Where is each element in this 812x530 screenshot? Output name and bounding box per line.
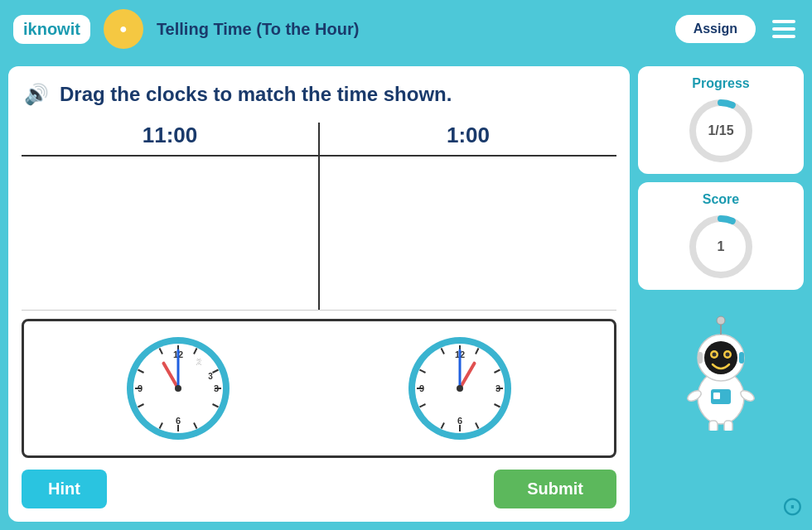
hamburger-line-2: [772, 27, 795, 31]
progress-label: Progress: [692, 76, 749, 91]
svg-text:3: 3: [495, 383, 500, 393]
logo: iknowit: [13, 15, 90, 44]
back-icon: ⊙: [781, 491, 804, 521]
drag-area: 11:00 1:00: [22, 123, 616, 458]
menu-button[interactable]: [769, 17, 799, 41]
bottom-bar: Hint Submit: [22, 470, 616, 508]
svg-rect-64: [698, 352, 703, 364]
svg-point-44: [457, 385, 463, 392]
header: iknowit Telling Time (To the Hour) Assig…: [0, 0, 812, 58]
robot-svg: [671, 306, 771, 431]
svg-text:6: 6: [176, 416, 181, 426]
svg-text:6: 6: [457, 416, 462, 426]
main-layout: 🔊 Drag the clocks to match the time show…: [0, 58, 812, 530]
time-label-left: 11:00: [22, 123, 320, 155]
score-value: 1: [718, 239, 725, 254]
svg-rect-63: [724, 421, 732, 431]
score-card: Score 1: [638, 182, 804, 290]
sound-icon[interactable]: 🔊: [22, 80, 51, 109]
svg-rect-62: [709, 421, 718, 431]
header-title: Telling Time (To the Hour): [157, 20, 662, 39]
back-button[interactable]: ⊙: [781, 490, 804, 522]
svg-point-54: [713, 353, 717, 357]
svg-point-57: [717, 316, 725, 325]
svg-text:2: 2: [196, 358, 201, 367]
right-panel: Progress 1/15 Score 1: [638, 66, 804, 522]
content-area: 🔊 Drag the clocks to match the time show…: [8, 66, 630, 522]
svg-text:9: 9: [419, 383, 424, 393]
instruction-text: Drag the clocks to match the time shown.: [60, 83, 452, 106]
progress-value: 1/15: [708, 123, 733, 138]
clock-2[interactable]: 12 6 9 3: [406, 335, 514, 442]
time-label-right: 1:00: [320, 123, 616, 155]
mascot: [671, 298, 771, 482]
drop-zones: [22, 157, 616, 311]
submit-button[interactable]: Submit: [494, 470, 616, 508]
clock-tray: 12 6 9 3 2 3 2: [22, 319, 616, 458]
svg-rect-61: [713, 393, 720, 399]
assign-button[interactable]: Assign: [675, 15, 756, 43]
clock-1[interactable]: 12 6 9 3 2 3 2: [124, 335, 232, 442]
drop-zone-right[interactable]: [320, 157, 616, 310]
svg-text:3: 3: [208, 372, 213, 381]
svg-point-55: [726, 353, 730, 357]
time-labels: 11:00 1:00: [22, 123, 616, 157]
progress-card: Progress 1/15: [638, 66, 804, 174]
svg-point-23: [175, 385, 181, 392]
progress-circle: 1/15: [688, 98, 754, 164]
hamburger-line-1: [772, 20, 795, 23]
drop-zone-left[interactable]: [22, 157, 320, 310]
score-circle: 1: [688, 214, 754, 280]
header-clock-icon: [104, 9, 143, 49]
svg-text:9: 9: [138, 383, 143, 393]
svg-text:3: 3: [214, 383, 219, 393]
hint-button[interactable]: Hint: [22, 470, 107, 508]
hamburger-line-3: [772, 35, 795, 38]
instruction-bar: 🔊 Drag the clocks to match the time show…: [22, 80, 616, 109]
logo-text: iknowit: [23, 20, 80, 38]
score-label: Score: [703, 192, 739, 207]
svg-rect-65: [739, 352, 744, 364]
